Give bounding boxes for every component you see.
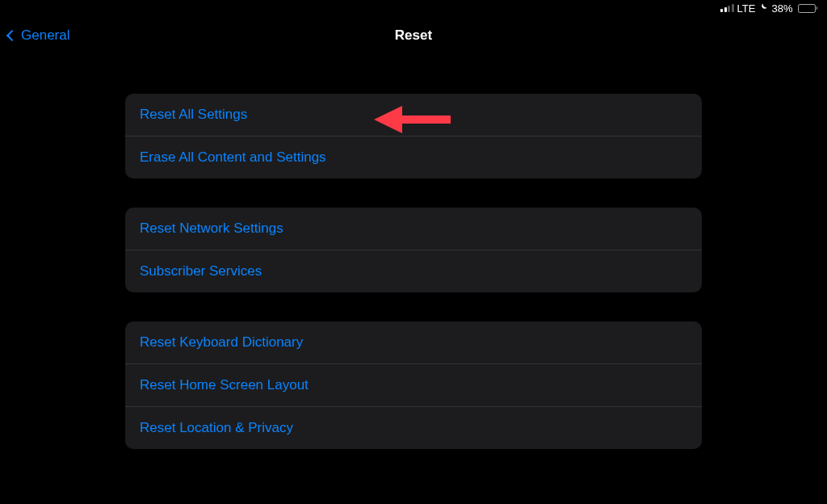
settings-group-1: Reset All Settings Erase All Content and…: [125, 94, 702, 178]
battery-icon: [798, 4, 818, 13]
row-label: Subscriber Services: [140, 263, 262, 279]
battery-percent: 38%: [771, 2, 792, 15]
row-label: Reset Network Settings: [140, 220, 283, 236]
row-label: Reset All Settings: [140, 107, 247, 122]
reset-all-settings-row[interactable]: Reset All Settings: [125, 94, 702, 136]
chevron-left-icon: [6, 30, 18, 41]
page-title: Reset: [395, 27, 432, 44]
back-button[interactable]: General: [8, 27, 69, 44]
do-not-disturb-icon: [758, 2, 768, 14]
subscriber-services-row[interactable]: Subscriber Services: [125, 250, 702, 292]
content: Reset All Settings Erase All Content and…: [0, 61, 827, 449]
navigation-bar: General Reset: [0, 16, 827, 61]
cellular-signal-icon: [720, 4, 734, 12]
reset-home-screen-layout-row[interactable]: Reset Home Screen Layout: [125, 364, 702, 407]
settings-group-3: Reset Keyboard Dictionary Reset Home Scr…: [125, 321, 702, 449]
network-label: LTE: [737, 2, 756, 15]
reset-keyboard-dictionary-row[interactable]: Reset Keyboard Dictionary: [125, 321, 702, 364]
row-label: Reset Location & Privacy: [140, 420, 293, 435]
reset-location-privacy-row[interactable]: Reset Location & Privacy: [125, 407, 702, 449]
row-label: Reset Keyboard Dictionary: [140, 334, 303, 350]
reset-network-settings-row[interactable]: Reset Network Settings: [125, 208, 702, 250]
erase-all-content-row[interactable]: Erase All Content and Settings: [125, 136, 702, 178]
row-label: Erase All Content and Settings: [140, 149, 326, 165]
back-label: General: [21, 27, 69, 44]
status-bar: LTE 38%: [720, 0, 817, 16]
settings-group-2: Reset Network Settings Subscriber Servic…: [125, 208, 702, 292]
row-label: Reset Home Screen Layout: [140, 377, 309, 393]
